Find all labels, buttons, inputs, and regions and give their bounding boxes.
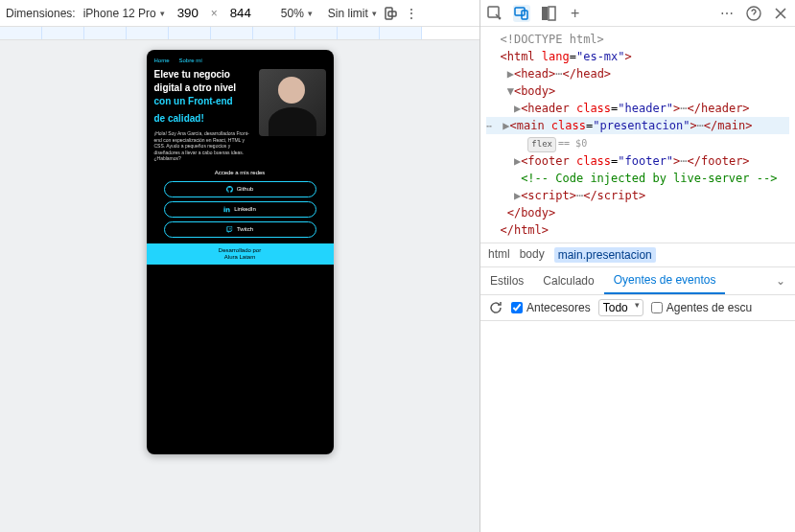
width-input[interactable] (171, 6, 205, 20)
styles-tabs: Estilos Calculado Oyentes de eventos ⌄ (480, 267, 795, 295)
device-toolbar: Dimensiones: iPhone 12 Pro × 50% Sin lim… (0, 0, 479, 27)
height-input[interactable] (223, 6, 258, 20)
twitch-button[interactable]: Twitch (164, 221, 316, 238)
hero-sub-2: de calidad! (154, 113, 255, 125)
tab-estilos[interactable]: Estilos (480, 268, 533, 293)
close-icon[interactable] (772, 5, 789, 22)
svg-rect-2 (224, 208, 225, 212)
inspect-icon[interactable] (486, 5, 503, 22)
nav-home[interactable]: Home (154, 58, 170, 63)
device-dropdown[interactable]: iPhone 12 Pro (83, 7, 165, 20)
more-tabs-icon[interactable]: ⌄ (766, 274, 795, 288)
hero-sub-1: con un Front-end (154, 96, 255, 107)
github-button[interactable]: Github (164, 181, 316, 197)
viewport: Home Sobre mí Eleve tu negocio digital a… (0, 40, 479, 532)
zoom-dropdown[interactable]: 50% (281, 7, 313, 20)
selected-node[interactable]: ⋯ ▶<main class="presentacion">⋯</main> (486, 117, 789, 134)
dim-separator: × (211, 7, 218, 20)
tab-oyentes[interactable]: Oyentes de eventos (604, 267, 726, 294)
ruler (0, 27, 479, 40)
events-filter-row: Antecesores Todo Agentes de escu (480, 295, 795, 321)
svg-rect-7 (542, 7, 548, 20)
tab-calculado[interactable]: Calculado (533, 268, 603, 293)
crumb-body[interactable]: body (520, 247, 545, 263)
profile-photo (259, 69, 326, 136)
svg-point-3 (224, 206, 225, 207)
antecesores-checkbox[interactable]: Antecesores (511, 301, 591, 314)
svg-rect-8 (549, 7, 555, 20)
reload-icon[interactable] (488, 300, 503, 315)
intro-text: ¡Hola! Soy Ana García, desarrolladora Fr… (154, 130, 255, 162)
devtools-tabbar: + ⋯ (480, 0, 795, 27)
breadcrumb: html body main.presentacion (480, 243, 795, 267)
crumb-main[interactable]: main.presentacion (554, 247, 656, 263)
elements-icon[interactable] (540, 5, 557, 22)
dom-tree[interactable]: <!DOCTYPE html> <html lang="es-mx"> ▶<he… (480, 27, 795, 243)
linkedin-button[interactable]: LinkedIn (164, 201, 316, 218)
nav-about[interactable]: Sobre mí (179, 58, 202, 63)
events-panel-empty (480, 321, 795, 533)
filter-select[interactable]: Todo (598, 299, 643, 316)
device-toggle-icon[interactable] (513, 5, 530, 22)
site-nav: Home Sobre mí (154, 58, 326, 63)
crumb-html[interactable]: html (488, 247, 510, 263)
dimensions-label: Dimensiones: (6, 7, 76, 20)
hero-title-2: digital a otro nivel (154, 82, 255, 94)
help-icon[interactable] (745, 5, 762, 22)
access-label: Accede a mis redes (154, 170, 326, 175)
site-footer: Desarrollado por Alura Latam (147, 243, 334, 265)
svg-rect-5 (515, 8, 525, 15)
hero-title-1: Eleve tu negocio (154, 69, 255, 81)
agentes-checkbox[interactable]: Agentes de escu (651, 301, 752, 314)
kebab-icon[interactable]: ⋮ (404, 6, 419, 21)
more-icon[interactable]: ⋯ (718, 5, 736, 22)
device-frame: Home Sobre mí Eleve tu negocio digital a… (147, 50, 334, 454)
rotate-icon[interactable] (383, 6, 398, 21)
throttle-dropdown[interactable]: Sin limit (328, 7, 377, 20)
new-tab-button[interactable]: + (571, 5, 579, 22)
